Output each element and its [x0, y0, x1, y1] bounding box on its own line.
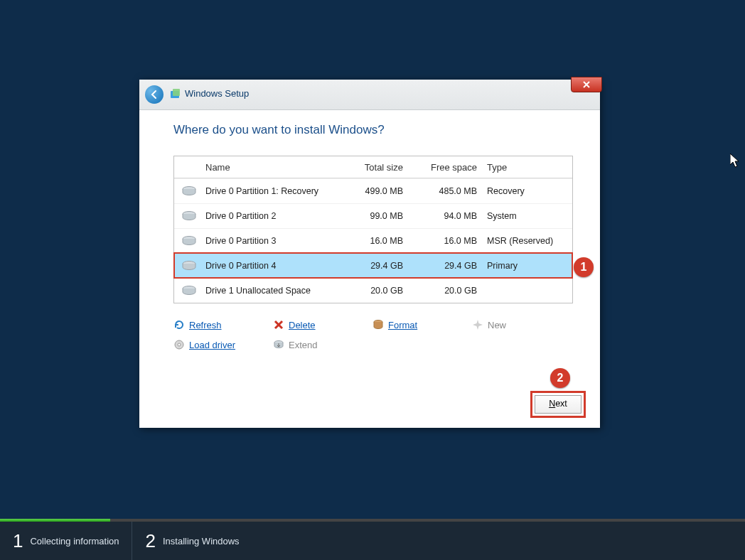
header-name: Name	[204, 162, 332, 173]
load-driver-action[interactable]: Load driver	[173, 335, 273, 355]
header-free: Free space	[413, 162, 484, 173]
new-icon	[472, 319, 483, 330]
format-action[interactable]: Format	[372, 315, 472, 335]
partition-total: 20.0 GB	[332, 286, 413, 296]
close-button[interactable]	[571, 77, 602, 92]
partition-total: 499.0 MB	[332, 186, 413, 196]
step-number: 2	[145, 530, 155, 552]
next-label: Next	[549, 399, 567, 409]
delete-action[interactable]: Delete	[273, 315, 372, 335]
disk-icon	[181, 235, 197, 247]
partition-type: MSR (Reserved)	[484, 236, 572, 246]
partition-table-header: Name Total size Free space Type	[174, 156, 572, 178]
format-icon	[372, 319, 384, 330]
extend-icon	[273, 339, 284, 350]
setup-dialog: Windows Setup Where do you want to insta…	[139, 80, 600, 428]
delete-label: Delete	[289, 320, 316, 330]
partition-total: 16.0 MB	[332, 236, 413, 246]
partition-row-selected[interactable]: Drive 0 Partition 4 29.4 GB 29.4 GB Prim…	[174, 253, 572, 278]
refresh-label: Refresh	[189, 320, 222, 330]
partition-row[interactable]: Drive 1 Unallocated Space 20.0 GB 20.0 G…	[174, 278, 572, 303]
step-number: 1	[13, 530, 23, 552]
new-action: New	[472, 315, 572, 335]
partition-name: Drive 0 Partition 3	[204, 236, 332, 246]
step-label: Collecting information	[30, 536, 119, 546]
disk-icon	[181, 260, 197, 271]
next-button[interactable]: Next	[535, 395, 581, 414]
next-button-highlight: Next	[530, 391, 586, 418]
svg-point-9	[178, 343, 181, 346]
partition-table: Name Total size Free space Type Drive 0 …	[173, 156, 573, 303]
setup-wizard-icon	[169, 88, 182, 101]
partition-free: 29.4 GB	[413, 261, 484, 271]
partition-free: 94.0 MB	[413, 211, 484, 221]
partition-free: 20.0 GB	[413, 286, 484, 296]
new-label: New	[488, 320, 506, 330]
load-driver-icon	[173, 339, 185, 350]
partition-type: Primary	[484, 261, 572, 271]
window-title: Windows Setup	[185, 88, 249, 99]
delete-icon	[273, 319, 284, 330]
partition-total: 29.4 GB	[332, 261, 413, 271]
partition-free: 16.0 MB	[413, 236, 484, 246]
extend-action: Extend	[273, 335, 372, 355]
annotation-badge-2: 2	[550, 368, 570, 388]
header-type: Type	[484, 162, 572, 173]
annotation-badge-1: 1	[574, 257, 594, 277]
refresh-action[interactable]: Refresh	[173, 315, 273, 335]
steps-row: 1 Collecting information 2 Installing Wi…	[0, 522, 745, 560]
mouse-cursor-icon	[730, 154, 741, 169]
bottom-bar: 1 Collecting information 2 Installing Wi…	[0, 519, 745, 560]
install-question: Where do you want to install Windows?	[173, 123, 566, 137]
refresh-icon	[173, 319, 185, 330]
partition-row[interactable]: Drive 0 Partition 2 99.0 MB 94.0 MB Syst…	[174, 203, 572, 228]
partition-row[interactable]: Drive 0 Partition 1: Recovery 499.0 MB 4…	[174, 178, 572, 203]
partition-name: Drive 0 Partition 1: Recovery	[204, 186, 332, 196]
step-installing: 2 Installing Windows	[132, 522, 252, 560]
partition-free: 485.0 MB	[413, 186, 484, 196]
partition-name: Drive 0 Partition 4	[204, 261, 332, 271]
back-button[interactable]	[145, 85, 164, 104]
dialog-body: Where do you want to install Windows? Na…	[139, 110, 600, 362]
load-driver-label: Load driver	[189, 340, 235, 350]
titlebar: Windows Setup	[139, 80, 600, 110]
disk-icon	[181, 185, 197, 197]
svg-rect-1	[173, 89, 180, 96]
back-arrow-icon	[149, 90, 159, 99]
partition-row[interactable]: Drive 0 Partition 3 16.0 MB 16.0 MB MSR …	[174, 228, 572, 253]
partition-type: System	[484, 211, 572, 221]
partition-total: 99.0 MB	[332, 211, 413, 221]
header-total: Total size	[332, 162, 413, 173]
partition-name: Drive 0 Partition 2	[204, 211, 332, 221]
partition-name: Drive 1 Unallocated Space	[204, 286, 332, 296]
step-label: Installing Windows	[163, 536, 240, 546]
extend-label: Extend	[289, 340, 317, 350]
disk-icon	[181, 210, 197, 222]
disk-icon	[181, 285, 197, 296]
format-label: Format	[388, 320, 417, 330]
step-collecting: 1 Collecting information	[0, 522, 132, 560]
partition-actions: Refresh Delete Format New Load driver Ex…	[173, 315, 572, 355]
close-icon	[582, 80, 591, 89]
partition-type: Recovery	[484, 186, 572, 196]
